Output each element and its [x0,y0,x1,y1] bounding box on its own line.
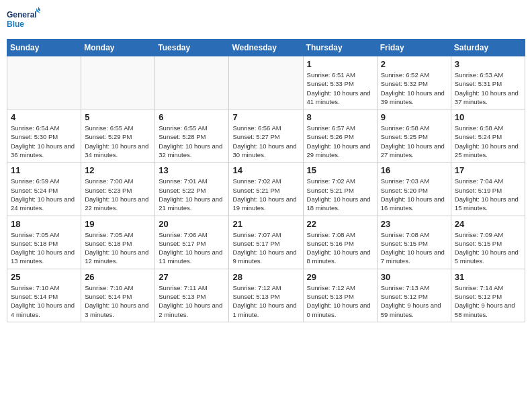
day-number: 11 [11,165,77,175]
day-info: Sunrise: 6:58 AM Sunset: 5:24 PM Dayligh… [455,124,521,159]
svg-text:General: General [7,10,37,19]
day-number: 26 [85,272,151,282]
day-info: Sunrise: 7:05 AM Sunset: 5:18 PM Dayligh… [85,230,151,266]
calendar-cell: 14Sunrise: 7:02 AM Sunset: 5:21 PM Dayli… [229,163,303,216]
day-number: 28 [232,272,299,282]
calendar-cell: 15Sunrise: 7:02 AM Sunset: 5:21 PM Dayli… [303,163,377,216]
col-header-wednesday: Wednesday [229,40,303,56]
day-number: 24 [455,219,521,229]
calendar-cell: 25Sunrise: 7:10 AM Sunset: 5:14 PM Dayli… [7,269,81,322]
day-info: Sunrise: 7:08 AM Sunset: 5:15 PM Dayligh… [381,230,447,266]
calendar-week-1: 1Sunrise: 6:51 AM Sunset: 5:33 PM Daylig… [7,56,525,109]
day-number: 10 [455,112,521,122]
day-number: 21 [232,219,299,229]
calendar-cell: 21Sunrise: 7:07 AM Sunset: 5:17 PM Dayli… [229,216,303,269]
calendar-cell: 22Sunrise: 7:08 AM Sunset: 5:16 PM Dayli… [303,216,377,269]
calendar-cell: 7Sunrise: 6:56 AM Sunset: 5:27 PM Daylig… [229,109,303,163]
day-info: Sunrise: 7:10 AM Sunset: 5:14 PM Dayligh… [11,283,77,319]
day-info: Sunrise: 6:51 AM Sunset: 5:33 PM Dayligh… [307,71,373,106]
calendar-cell: 20Sunrise: 7:06 AM Sunset: 5:17 PM Dayli… [155,216,229,269]
day-number: 23 [381,219,447,229]
day-number: 17 [455,165,521,175]
logo: General Blue [7,7,40,35]
day-info: Sunrise: 7:07 AM Sunset: 5:17 PM Dayligh… [232,230,299,266]
day-number: 20 [159,219,225,229]
calendar-cell: 8Sunrise: 6:57 AM Sunset: 5:26 PM Daylig… [303,109,377,163]
day-info: Sunrise: 7:04 AM Sunset: 5:19 PM Dayligh… [455,177,521,212]
calendar-cell [155,56,229,109]
calendar-cell: 2Sunrise: 6:52 AM Sunset: 5:32 PM Daylig… [377,56,451,109]
day-number: 31 [455,272,521,282]
day-info: Sunrise: 7:13 AM Sunset: 5:12 PM Dayligh… [381,283,447,319]
day-info: Sunrise: 7:10 AM Sunset: 5:14 PM Dayligh… [85,283,151,319]
day-info: Sunrise: 7:11 AM Sunset: 5:13 PM Dayligh… [159,283,225,319]
day-number: 3 [455,59,521,69]
day-info: Sunrise: 7:00 AM Sunset: 5:23 PM Dayligh… [85,177,151,212]
calendar-cell: 29Sunrise: 7:12 AM Sunset: 5:13 PM Dayli… [303,269,377,322]
col-header-sunday: Sunday [7,40,81,56]
logo-svg: General Blue [7,7,40,35]
calendar-week-5: 25Sunrise: 7:10 AM Sunset: 5:14 PM Dayli… [7,269,525,322]
day-info: Sunrise: 7:06 AM Sunset: 5:17 PM Dayligh… [159,230,225,266]
day-info: Sunrise: 7:12 AM Sunset: 5:13 PM Dayligh… [307,283,373,319]
svg-text:Blue: Blue [7,19,24,29]
day-info: Sunrise: 6:58 AM Sunset: 5:25 PM Dayligh… [381,124,447,159]
day-info: Sunrise: 7:09 AM Sunset: 5:15 PM Dayligh… [455,230,521,266]
calendar-cell: 23Sunrise: 7:08 AM Sunset: 5:15 PM Dayli… [377,216,451,269]
day-number: 15 [307,165,373,175]
calendar-cell: 19Sunrise: 7:05 AM Sunset: 5:18 PM Dayli… [81,216,155,269]
col-header-friday: Friday [377,40,451,56]
day-number: 13 [159,165,225,175]
day-number: 18 [11,219,77,229]
day-info: Sunrise: 7:02 AM Sunset: 5:21 PM Dayligh… [232,177,299,212]
calendar-week-3: 11Sunrise: 6:59 AM Sunset: 5:24 PM Dayli… [7,163,525,216]
calendar-week-4: 18Sunrise: 7:05 AM Sunset: 5:18 PM Dayli… [7,216,525,269]
calendar-cell: 9Sunrise: 6:58 AM Sunset: 5:25 PM Daylig… [377,109,451,163]
day-number: 4 [11,112,77,122]
day-number: 16 [381,165,447,175]
col-header-monday: Monday [81,40,155,56]
calendar-cell: 10Sunrise: 6:58 AM Sunset: 5:24 PM Dayli… [451,109,525,163]
day-number: 7 [232,112,299,122]
day-number: 2 [381,59,447,69]
day-number: 27 [159,272,225,282]
day-info: Sunrise: 6:54 AM Sunset: 5:30 PM Dayligh… [11,124,77,159]
calendar-header-row: SundayMondayTuesdayWednesdayThursdayFrid… [7,40,525,56]
calendar-cell: 30Sunrise: 7:13 AM Sunset: 5:12 PM Dayli… [377,269,451,322]
calendar-cell: 11Sunrise: 6:59 AM Sunset: 5:24 PM Dayli… [7,163,81,216]
calendar-cell: 18Sunrise: 7:05 AM Sunset: 5:18 PM Dayli… [7,216,81,269]
page-header: General Blue [7,7,525,35]
day-number: 8 [307,112,373,122]
calendar-table: SundayMondayTuesdayWednesdayThursdayFrid… [7,39,525,322]
day-info: Sunrise: 6:56 AM Sunset: 5:27 PM Dayligh… [232,124,299,159]
calendar-cell [7,56,81,109]
calendar-cell: 12Sunrise: 7:00 AM Sunset: 5:23 PM Dayli… [81,163,155,216]
calendar-cell [229,56,303,109]
calendar-cell: 5Sunrise: 6:55 AM Sunset: 5:29 PM Daylig… [81,109,155,163]
calendar-cell: 13Sunrise: 7:01 AM Sunset: 5:22 PM Dayli… [155,163,229,216]
calendar-cell: 6Sunrise: 6:55 AM Sunset: 5:28 PM Daylig… [155,109,229,163]
day-info: Sunrise: 6:55 AM Sunset: 5:28 PM Dayligh… [159,124,225,159]
day-number: 12 [85,165,151,175]
day-info: Sunrise: 7:12 AM Sunset: 5:13 PM Dayligh… [232,283,299,319]
day-number: 29 [307,272,373,282]
calendar-cell: 28Sunrise: 7:12 AM Sunset: 5:13 PM Dayli… [229,269,303,322]
calendar-cell: 24Sunrise: 7:09 AM Sunset: 5:15 PM Dayli… [451,216,525,269]
day-number: 5 [85,112,151,122]
day-info: Sunrise: 7:08 AM Sunset: 5:16 PM Dayligh… [307,230,373,266]
col-header-thursday: Thursday [303,40,377,56]
col-header-saturday: Saturday [451,40,525,56]
day-number: 6 [159,112,225,122]
day-info: Sunrise: 7:14 AM Sunset: 5:12 PM Dayligh… [455,283,521,319]
day-number: 9 [381,112,447,122]
calendar-cell: 3Sunrise: 6:53 AM Sunset: 5:31 PM Daylig… [451,56,525,109]
calendar-cell: 17Sunrise: 7:04 AM Sunset: 5:19 PM Dayli… [451,163,525,216]
day-info: Sunrise: 7:03 AM Sunset: 5:20 PM Dayligh… [381,177,447,212]
col-header-tuesday: Tuesday [155,40,229,56]
calendar-cell: 26Sunrise: 7:10 AM Sunset: 5:14 PM Dayli… [81,269,155,322]
day-number: 19 [85,219,151,229]
day-info: Sunrise: 7:05 AM Sunset: 5:18 PM Dayligh… [11,230,77,266]
calendar-cell: 27Sunrise: 7:11 AM Sunset: 5:13 PM Dayli… [155,269,229,322]
day-info: Sunrise: 6:55 AM Sunset: 5:29 PM Dayligh… [85,124,151,159]
day-info: Sunrise: 7:02 AM Sunset: 5:21 PM Dayligh… [307,177,373,212]
